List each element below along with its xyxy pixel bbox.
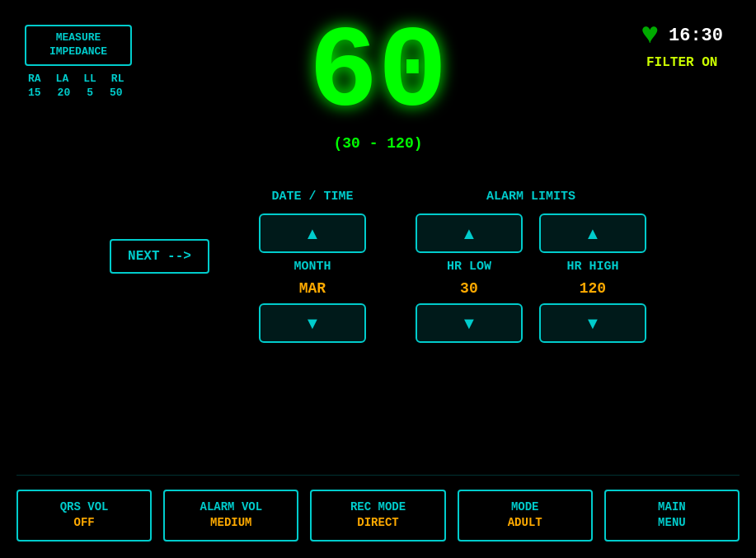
time-display: 16:30 [669,26,723,46]
middle-section: NEXT --> DATE / TIME ▲ MONTH MAR ▼ ALARM… [0,190,756,343]
heart-icon: ♥ [641,21,659,50]
impedance-values: 15 20 5 50 [25,87,132,99]
screen: MEASUREIMPEDANCE RA LA LL RL 15 20 5 50 … [0,0,756,558]
qrs-vol-value: OFF [31,515,137,532]
hr-low-label: HR LOW [447,260,491,274]
date-down-button[interactable]: ▼ [259,303,366,343]
rec-mode-button[interactable]: REC MODE DIRECT [310,490,445,542]
qrs-vol-label: QRS VOL [60,500,109,513]
measure-impedance-button[interactable]: MEASUREIMPEDANCE [25,25,132,66]
next-btn-container: NEXT --> [110,239,209,274]
mode-button[interactable]: MODE ADULT [458,490,593,542]
alarm-limits-section: ALARM LIMITS ▲ HR LOW 30 ▼ ▲ HR HI [416,190,646,343]
rec-mode-label: REC MODE [350,500,406,513]
date-time-title: DATE / TIME [271,190,353,204]
time-row: ♥ 16:30 [641,21,723,50]
ll-value: 5 [87,87,93,99]
mode-value: ADULT [472,515,578,532]
la-label: LA [56,73,69,85]
measure-impedance-section: MEASUREIMPEDANCE RA LA LL RL 15 20 5 50 [25,25,132,99]
hr-display: 60 (30 - 120) [308,16,447,152]
hr-low-down-icon: ▼ [461,314,477,333]
alarm-up-row: ▲ HR LOW 30 ▼ ▲ HR HIGH 120 ▼ [416,213,646,343]
hr-high-up-icon: ▲ [585,224,601,243]
top-right-section: ♥ 16:30 FILTER ON [641,21,723,70]
la-value: 20 [58,87,71,99]
mode-label: MODE [511,500,539,513]
alarm-vol-label: ALARM VOL [200,500,262,513]
hr-number: 60 [308,16,447,132]
divider [16,475,740,476]
hr-low-down-button[interactable]: ▼ [416,303,523,343]
bottom-bar: QRS VOL OFF ALARM VOL MEDIUM REC MODE DI… [0,490,756,542]
alarm-vol-button[interactable]: ALARM VOL MEDIUM [163,490,298,542]
ra-value: 15 [28,87,41,99]
down-arrow-icon: ▼ [304,314,321,333]
month-label: MONTH [293,260,331,274]
rl-value: 50 [110,87,123,99]
up-arrow-icon: ▲ [304,224,321,243]
hr-high-value: 120 [580,280,606,297]
hr-low-up-button[interactable]: ▲ [416,213,523,253]
main-menu-label: MAINMENU [658,500,686,530]
hr-high-label: HR HIGH [566,260,618,274]
hr-high-up-button[interactable]: ▲ [539,213,646,253]
date-time-section: DATE / TIME ▲ MONTH MAR ▼ [259,190,366,343]
alarm-vol-value: MEDIUM [178,515,284,532]
ra-label: RA [28,73,41,85]
hr-low-value: 30 [460,280,478,297]
qrs-vol-button[interactable]: QRS VOL OFF [16,490,152,542]
next-button[interactable]: NEXT --> [110,239,209,274]
main-menu-button[interactable]: MAINMENU [604,490,740,542]
rl-label: RL [111,73,124,85]
rec-mode-value: DIRECT [325,515,430,532]
filter-status: FILTER ON [641,55,723,70]
impedance-labels: RA LA LL RL [25,73,132,85]
hr-high-down-icon: ▼ [585,314,601,333]
hr-low-col: ▲ HR LOW 30 ▼ [416,213,523,343]
alarm-limits-title: ALARM LIMITS [486,190,575,204]
ll-label: LL [83,73,96,85]
month-value: MAR [299,280,326,297]
hr-high-col: ▲ HR HIGH 120 ▼ [539,213,646,343]
date-up-button[interactable]: ▲ [259,213,366,253]
hr-high-down-button[interactable]: ▼ [539,303,646,343]
hr-low-up-icon: ▲ [461,224,477,243]
